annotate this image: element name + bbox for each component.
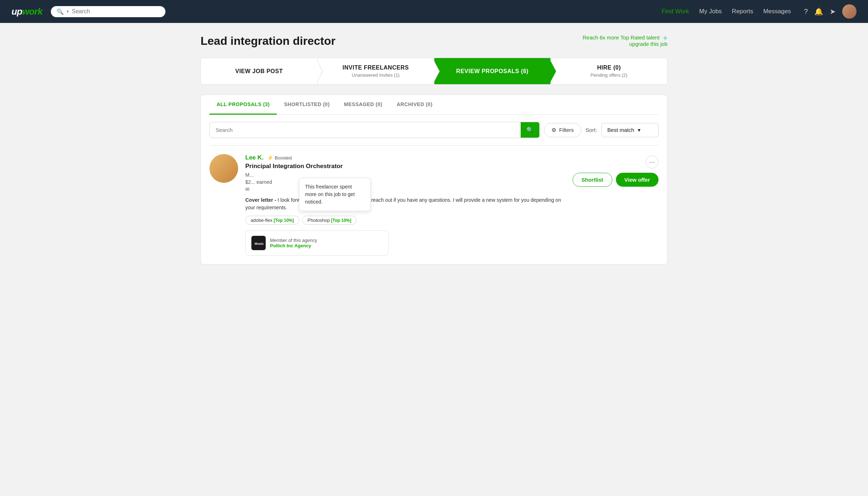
header: upwork 🔍 ▾ Find Work My Jobs Reports Mes… <box>0 0 868 23</box>
upgrade-section: Reach 6x more Top Rated talent ◈ upgrade… <box>583 34 667 47</box>
main-nav: Find Work My Jobs Reports Messages <box>661 8 791 15</box>
skills-list: adobe-flex [Top 10%] Photoshop [Top 10%] <box>245 216 565 225</box>
freelancer-name[interactable]: Lee K. <box>245 154 264 161</box>
workflow-review-proposals[interactable]: REVIEW PROPOSALS (6) <box>434 58 551 84</box>
shortlist-button[interactable]: Shortlist <box>573 173 612 187</box>
search-icon: 🔍 <box>526 127 534 133</box>
filters-button[interactable]: ⚙ Filters <box>544 123 581 137</box>
boosted-label: Boosted <box>275 155 292 161</box>
search-caret-icon: ▾ <box>67 9 69 14</box>
action-buttons: Shortlist View offer <box>573 173 659 187</box>
tab-all-proposals[interactable]: ALL PROPOSALS (3) <box>209 95 277 115</box>
proposal-search-input[interactable] <box>210 123 521 137</box>
proposal-search-button[interactable]: 🔍 <box>521 122 539 138</box>
sort-value: Best match <box>607 127 634 133</box>
main-content: Lead integration director Reach 6x more … <box>183 23 685 276</box>
sort-dropdown[interactable]: Best match ▾ <box>601 123 659 137</box>
header-icons: ? 🔔 ➤ <box>804 4 857 19</box>
proposal-tabs: ALL PROPOSALS (3) SHORTLISTED (0) MESSAG… <box>209 95 659 115</box>
notification-bell-icon[interactable]: 🔔 <box>814 7 823 16</box>
workflow-steps: VIEW JOB POST INVITE FREELANCERS Unanswe… <box>201 58 667 85</box>
agency-info: Member of this agency Pollich Inc Agency <box>270 238 317 248</box>
proposal-card: Lee K. ⚡ Boosted Principal Integration O… <box>209 145 659 264</box>
tab-archived[interactable]: ARCHIVED (0) <box>390 95 440 115</box>
tab-messaged[interactable]: MESSAGED (0) <box>337 95 390 115</box>
search-filters-row: 🔍 ⚙ Filters Sort: Best match ▾ <box>209 115 659 145</box>
cover-letter-label: Cover letter - <box>245 197 276 203</box>
diamond-icon: ◈ <box>663 34 667 40</box>
boosted-badge: ⚡ Boosted <box>267 155 292 161</box>
skill-tag: Photoshop [Top 10%] <box>302 216 357 225</box>
boosted-tooltip: This freelancer spent more on this job t… <box>299 178 371 211</box>
svg-text:MusicDog: MusicDog <box>255 242 264 245</box>
agency-logo: MusicDog <box>251 236 266 250</box>
chevron-down-icon: ▾ <box>638 127 641 133</box>
workflow-step-title: INVITE FREELANCERS <box>343 65 409 71</box>
filters-label: Filters <box>559 127 574 133</box>
workflow-hire[interactable]: HIRE (0) Pending offers (2) <box>551 58 667 84</box>
workflow-step-title: REVIEW PROPOSALS (6) <box>456 68 529 75</box>
search-input[interactable] <box>72 8 160 15</box>
sort-label: Sort: <box>585 127 597 133</box>
skill-percent: [Top 10%] <box>274 218 294 223</box>
workflow-step-subtitle: Unanswered Invites (1) <box>352 72 400 78</box>
freelancer-title: Principal Integration Orchestrator <box>245 163 565 170</box>
search-icon: 🔍 <box>57 8 64 15</box>
avatar-image <box>842 4 857 19</box>
upgrade-link[interactable]: Reach 6x more Top Rated talent <box>583 34 660 40</box>
workflow-step-subtitle: Pending offers (2) <box>590 72 627 78</box>
upwork-logo[interactable]: upwork <box>11 6 42 17</box>
proposal-actions: ··· Shortlist View offer <box>573 154 659 256</box>
proposal-meta: M... <box>245 172 565 178</box>
proposal-earned: $2... earned <box>245 179 565 185</box>
freelancer-avatar <box>209 154 238 183</box>
agency-box: MusicDog Member of this agency Pollich I… <box>245 230 389 256</box>
page-header: Lead integration director Reach 6x more … <box>201 34 667 48</box>
agency-name[interactable]: Pollich Inc Agency <box>270 243 317 248</box>
workflow-invite-freelancers[interactable]: INVITE FREELANCERS Unanswered Invites (1… <box>318 58 434 84</box>
cover-letter-body: I look forward to working with you. Plea… <box>245 197 561 210</box>
tab-shortlisted[interactable]: SHORTLISTED (0) <box>277 95 337 115</box>
proposal-search-bar[interactable]: 🔍 <box>209 122 540 138</box>
nav-find-work[interactable]: Find Work <box>661 8 689 15</box>
nav-my-jobs[interactable]: My Jobs <box>699 8 722 15</box>
more-options-button[interactable]: ··· <box>646 156 659 168</box>
filters-icon: ⚙ <box>551 127 556 133</box>
global-search-bar[interactable]: 🔍 ▾ <box>51 6 165 17</box>
workflow-view-job-post[interactable]: VIEW JOB POST <box>201 58 318 84</box>
skill-percent: [Top 10%] <box>331 218 351 223</box>
skill-tag: adobe-flex [Top 10%] <box>245 216 299 225</box>
avatar[interactable] <box>842 4 857 19</box>
avatar-image <box>209 154 238 183</box>
bolt-icon: ⚡ <box>267 155 273 161</box>
help-icon[interactable]: ? <box>804 8 808 16</box>
view-offer-button[interactable]: View offer <box>616 173 659 187</box>
proposals-container: ALL PROPOSALS (3) SHORTLISTED (0) MESSAG… <box>201 95 667 264</box>
proposal-content: Lee K. ⚡ Boosted Principal Integration O… <box>245 154 565 256</box>
name-row: Lee K. ⚡ Boosted <box>245 154 565 161</box>
cover-letter: Cover letter - I look forward to working… <box>245 196 565 211</box>
workflow-step-title: VIEW JOB POST <box>235 68 283 75</box>
upgrade-job-link[interactable]: upgrade this job <box>629 41 667 47</box>
page-title: Lead integration director <box>201 34 336 48</box>
pointer-icon[interactable]: ➤ <box>830 7 836 16</box>
nav-messages[interactable]: Messages <box>763 8 791 15</box>
nav-reports[interactable]: Reports <box>732 8 753 15</box>
workflow-step-title: HIRE (0) <box>597 65 621 71</box>
member-text: Member of this agency <box>270 238 317 243</box>
proposal-email: ✉ <box>245 186 565 192</box>
